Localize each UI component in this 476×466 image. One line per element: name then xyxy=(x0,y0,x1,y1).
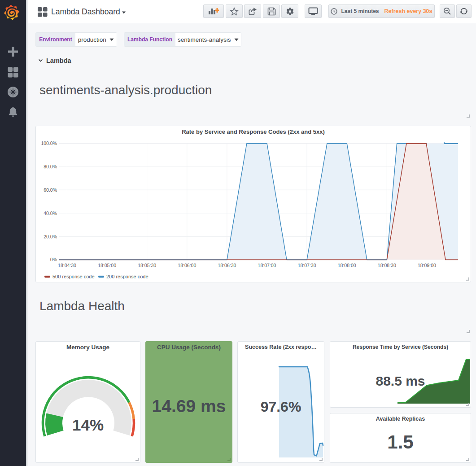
svg-text:18:08:30: 18:08:30 xyxy=(378,263,396,268)
svg-text:18:08:00: 18:08:00 xyxy=(338,263,356,268)
svg-text:18:09:00: 18:09:00 xyxy=(418,263,436,268)
svg-text:100.0%: 100.0% xyxy=(41,141,57,146)
svg-text:40.0%: 40.0% xyxy=(44,211,57,216)
svg-text:18:04:30: 18:04:30 xyxy=(58,263,76,268)
svg-text:18:06:30: 18:06:30 xyxy=(218,263,236,268)
svg-text:18:05:00: 18:05:00 xyxy=(98,263,116,268)
svg-text:18:05:30: 18:05:30 xyxy=(138,263,156,268)
svg-text:60.0%: 60.0% xyxy=(44,187,57,193)
svg-text:20.0%: 20.0% xyxy=(44,234,57,239)
svg-text:18:06:00: 18:06:00 xyxy=(178,263,196,268)
svg-text:80.0%: 80.0% xyxy=(44,164,57,169)
svg-text:0%: 0% xyxy=(50,257,57,262)
svg-text:18:07:00: 18:07:00 xyxy=(258,263,276,268)
svg-text:18:07:30: 18:07:30 xyxy=(298,263,316,268)
svg-text:500 response code: 500 response code xyxy=(52,274,95,279)
svg-text:200 response code: 200 response code xyxy=(106,274,148,279)
